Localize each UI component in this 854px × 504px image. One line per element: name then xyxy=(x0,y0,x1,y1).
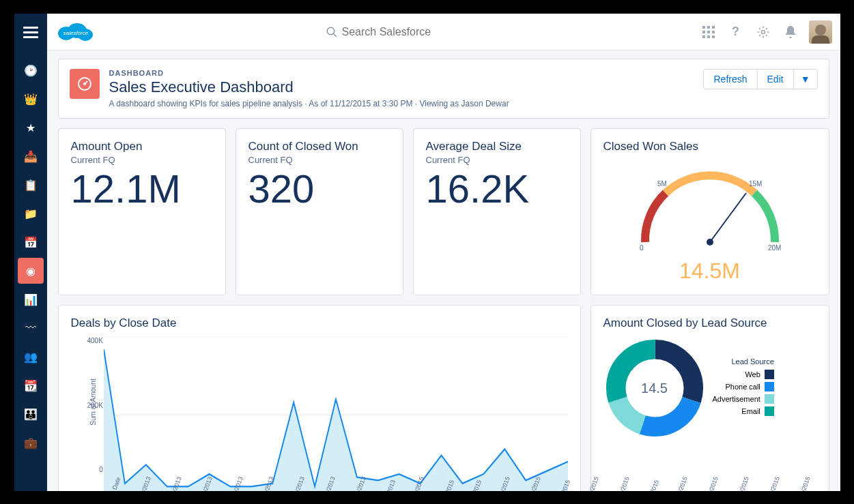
svg-text:15M: 15M xyxy=(749,180,762,188)
kpi-title: Average Deal Size xyxy=(426,140,568,153)
svg-rect-10 xyxy=(707,31,710,33)
deals-by-close-date[interactable]: Deals by Close Date Sum of Amount 400K 2… xyxy=(58,305,581,491)
people-icon: 👥 xyxy=(24,351,38,364)
bell-icon xyxy=(784,25,797,39)
nav-dashboard[interactable]: ◉ xyxy=(18,258,44,284)
svg-rect-13 xyxy=(707,35,710,38)
legend-label: Advertisement xyxy=(713,395,760,403)
nav-briefcase[interactable]: 💼 xyxy=(18,430,44,456)
svg-text:20M: 20M xyxy=(768,244,781,252)
folder-icon: 📁 xyxy=(24,207,38,220)
nav-groups[interactable]: 👪 xyxy=(18,401,44,427)
hamburger-menu[interactable] xyxy=(18,19,44,45)
salesforce-logo[interactable]: salesforce xyxy=(55,18,96,46)
sidebar: 🕑 👑 ★ 📥 📋 📁 📅 ◉ 📊 〰 👥 📆 👪 💼 xyxy=(14,14,47,491)
chart-icon: 📊 xyxy=(24,293,38,306)
line-svg xyxy=(71,337,568,491)
svg-line-5 xyxy=(333,33,337,37)
svg-marker-27 xyxy=(104,349,568,491)
kpi-sub: Current FQ xyxy=(248,155,390,165)
kpi-value: 16.2K xyxy=(426,169,568,209)
nav-tasks[interactable]: 📋 xyxy=(18,172,44,198)
gauge-value: 14.5M xyxy=(679,258,740,284)
kpi-title: Amount Open xyxy=(71,140,213,153)
notifications-button[interactable] xyxy=(782,23,799,41)
nav-people[interactable]: 👥 xyxy=(18,344,44,370)
search-input[interactable] xyxy=(342,26,547,38)
nav-activity[interactable]: 〰 xyxy=(18,315,44,341)
nav-events[interactable]: 📆 xyxy=(18,372,44,398)
svg-rect-6 xyxy=(702,26,705,29)
star-icon: ★ xyxy=(26,121,35,134)
svg-rect-8 xyxy=(712,26,715,29)
legend-swatch xyxy=(765,406,774,416)
legend-label: Email xyxy=(741,407,760,415)
header-subtitle: A dashboard showing KPIs for sales pipel… xyxy=(109,99,509,108)
kpi-value: 12.1M xyxy=(71,169,213,209)
kpi-amount-open[interactable]: Amount Open Current FQ 12.1M xyxy=(58,128,226,295)
donut-chart: 14.5 xyxy=(603,337,706,439)
header-eyebrow: DASHBOARD xyxy=(109,69,509,77)
gauge-icon: ◉ xyxy=(26,265,35,278)
help-icon: ? xyxy=(732,25,739,39)
kpi-count-closed[interactable]: Count of Closed Won Current FQ 320 xyxy=(236,128,403,295)
briefcase-icon: 💼 xyxy=(24,436,38,449)
kpi-value: 320 xyxy=(248,169,390,209)
chart-title: Deals by Close Date xyxy=(71,316,568,330)
search-icon xyxy=(326,26,338,38)
nav-recent[interactable]: 🕑 xyxy=(18,57,44,83)
svg-rect-9 xyxy=(702,31,705,33)
svg-rect-12 xyxy=(702,35,705,38)
svg-point-15 xyxy=(761,30,765,33)
nav-star[interactable]: ★ xyxy=(18,115,44,140)
svg-point-17 xyxy=(83,83,86,85)
svg-text:salesforce: salesforce xyxy=(63,30,88,36)
y-ticks: 400K 200K 0 xyxy=(87,337,103,473)
crown-icon: 👑 xyxy=(24,93,38,106)
amount-by-lead-source[interactable]: Amount Closed by Lead Source 14.5 Lead S… xyxy=(590,305,829,491)
donut-center-value: 14.5 xyxy=(641,381,668,396)
nav-calendar[interactable]: 📅 xyxy=(18,229,44,255)
legend-swatch xyxy=(765,394,774,404)
svg-rect-11 xyxy=(712,31,715,33)
pulse-icon: 〰 xyxy=(25,322,36,334)
nav-reports[interactable]: 📊 xyxy=(18,286,44,312)
calendar2-icon: 📆 xyxy=(24,379,38,392)
topbar: salesforce ? xyxy=(47,14,840,50)
svg-point-19 xyxy=(707,239,713,246)
help-button[interactable]: ? xyxy=(727,23,745,41)
svg-rect-7 xyxy=(707,26,710,29)
page-title: Sales Executive Dashboard xyxy=(109,78,509,96)
gauge-closed-won[interactable]: Closed Won Sales 0 5M 15M 20M 14.5M xyxy=(590,128,829,295)
refresh-button[interactable]: Refresh xyxy=(703,69,757,89)
kpi-title: Count of Closed Won xyxy=(248,140,390,153)
global-search[interactable] xyxy=(326,26,700,38)
nav-crown[interactable]: 👑 xyxy=(18,86,44,112)
legend-swatch xyxy=(765,370,774,379)
grid-icon xyxy=(702,26,715,38)
svg-rect-14 xyxy=(712,35,715,38)
svg-text:5M: 5M xyxy=(657,180,667,188)
more-actions-button[interactable]: ▼ xyxy=(794,69,818,89)
dashboard-icon xyxy=(70,69,100,99)
nav-inbox[interactable]: 📥 xyxy=(18,143,44,169)
group-icon: 👪 xyxy=(24,408,38,421)
edit-button[interactable]: Edit xyxy=(758,69,794,89)
chart-title: Closed Won Sales xyxy=(603,140,816,153)
checklist-icon: 📋 xyxy=(24,179,38,192)
legend-title: Lead Source xyxy=(713,357,774,366)
user-avatar[interactable] xyxy=(809,20,832,44)
gauge-svg: 0 5M 15M 20M xyxy=(625,160,795,256)
nav-folder[interactable]: 📁 xyxy=(18,201,44,226)
svg-point-4 xyxy=(327,27,335,35)
app-launcher[interactable] xyxy=(700,23,717,41)
kpi-avg-deal[interactable]: Average Deal Size Current FQ 16.2K xyxy=(413,128,581,295)
page-header: DASHBOARD Sales Executive Dashboard A da… xyxy=(58,59,829,119)
kpi-sub: Current FQ xyxy=(71,155,213,165)
inbox-icon: 📥 xyxy=(24,150,38,163)
svg-line-18 xyxy=(710,193,746,242)
settings-button[interactable] xyxy=(754,23,772,41)
legend-swatch xyxy=(765,382,774,391)
legend-label: Web xyxy=(745,370,760,379)
svg-text:0: 0 xyxy=(640,244,644,252)
